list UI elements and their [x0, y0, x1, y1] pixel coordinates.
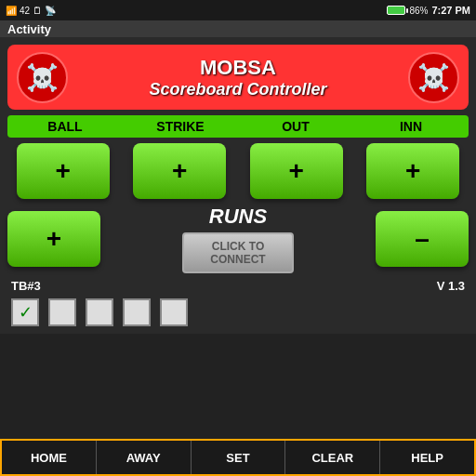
help-button[interactable]: HELP: [380, 441, 474, 474]
pirate-logo-right: ☠️: [408, 52, 459, 103]
version-info: V 1.3: [437, 279, 465, 293]
connect-button[interactable]: CLICK TOCONNECT: [182, 232, 294, 273]
checkbox-3[interactable]: [86, 298, 113, 326]
col-header-out: OUT: [238, 119, 353, 134]
away-button[interactable]: AWAY: [97, 441, 192, 474]
plus-buttons-row: + + + +: [7, 143, 469, 199]
checkmark-icon: ✓: [19, 302, 33, 323]
runs-center: RUNS CLICK TOCONNECT: [106, 205, 370, 273]
pirate-logo-left: ☠️: [17, 52, 68, 103]
activity-title: Activity: [7, 22, 51, 36]
info-row: TB#3 V 1.3: [7, 279, 469, 293]
skull-icon-left: ☠️: [26, 62, 59, 93]
col-header-inn: INN: [353, 119, 469, 134]
runs-minus-button[interactable]: –: [376, 211, 469, 267]
banner-text: MOBSA Scoreboard Controller: [68, 56, 408, 99]
status-left-icons: 📶 42 🗒 📡: [6, 6, 56, 16]
checkbox-4[interactable]: [123, 298, 151, 326]
tb-info: TB#3: [11, 279, 41, 293]
banner-title: MOBSA: [68, 56, 408, 80]
checkbox-2[interactable]: [48, 298, 76, 326]
checkbox-5[interactable]: [160, 298, 188, 326]
status-bar: 📶 42 🗒 📡 86% 7:27 PM: [0, 0, 476, 20]
runs-plus-button[interactable]: +: [7, 211, 100, 267]
status-right-icons: 86% 7:27 PM: [387, 5, 470, 16]
clear-button[interactable]: CLEAR: [285, 441, 380, 474]
col-header-ball: BALL: [7, 119, 123, 134]
clock: 7:27 PM: [431, 5, 470, 16]
app-icon: 🗒: [33, 6, 42, 16]
checkbox-row: ✓: [7, 298, 469, 326]
checkbox-1[interactable]: ✓: [11, 298, 39, 326]
home-button[interactable]: HOME: [2, 441, 97, 474]
signal-strength: 42: [20, 6, 30, 16]
col-header-strike: STRIKE: [123, 119, 238, 134]
wifi-icon: 📶: [6, 6, 17, 16]
strike-plus-button[interactable]: +: [133, 143, 226, 199]
column-headers: BALL STRIKE OUT INN: [7, 115, 469, 138]
ball-plus-button[interactable]: +: [17, 143, 110, 199]
battery-percent: 86%: [409, 6, 428, 16]
out-plus-button[interactable]: +: [250, 143, 343, 199]
activity-bar: Activity: [0, 20, 476, 37]
runs-label: RUNS: [209, 205, 267, 229]
banner-subtitle: Scoreboard Controller: [68, 80, 408, 99]
skull-icon-right: ☠️: [417, 62, 450, 93]
runs-row: + RUNS CLICK TOCONNECT –: [7, 205, 469, 273]
battery-icon: [387, 6, 405, 15]
main-content: ☠️ MOBSA Scoreboard Controller ☠️ BALL S…: [0, 37, 476, 334]
wifi2-icon: 📡: [45, 6, 56, 16]
header-banner: ☠️ MOBSA Scoreboard Controller ☠️: [7, 45, 469, 110]
bottom-navigation: HOME AWAY SET CLEAR HELP: [0, 439, 476, 476]
set-button[interactable]: SET: [192, 441, 286, 474]
inn-plus-button[interactable]: +: [366, 143, 459, 199]
